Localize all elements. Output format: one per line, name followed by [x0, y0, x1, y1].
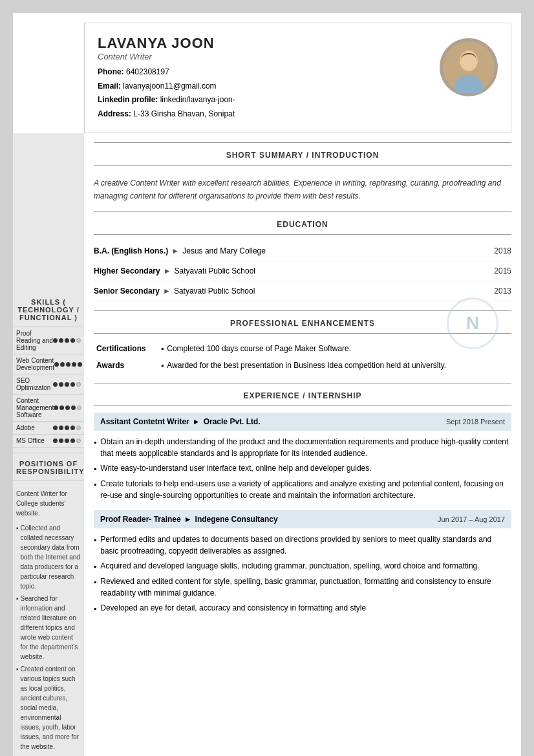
phone-value: 6402308197: [126, 67, 169, 76]
experience-item: Assitant Contetnt Writer ► Oracle Pvt. L…: [94, 413, 511, 501]
summary-section: SHORT SUMMARY / INTRODUCTION A creative …: [94, 142, 511, 202]
positions-bullet: Created content on various topics such a…: [16, 664, 81, 751]
edu-degree: Senior Secondary: [94, 286, 160, 296]
pro-bullet: Awarded for the best presentation in Bus…: [161, 361, 509, 370]
watermark: N: [447, 297, 498, 349]
exp-bullet: Reviewed and edited content for style, s…: [94, 576, 511, 599]
experience-section: EXPERIENCE / INTERNSHIP Assitant Contetn…: [94, 383, 511, 614]
address-value: L-33 Girisha Bhavan, Sonipat: [133, 109, 235, 118]
skills-section: SKILLS ( TECHNOLOGY / FUNCTIONAL ) Proof…: [13, 292, 84, 453]
skill-dot: [76, 382, 81, 387]
header-section: LAVANYA JOON Content Writer Phone: 64023…: [84, 23, 511, 133]
skill-dot: [66, 362, 70, 367]
skill-dot: [65, 382, 69, 387]
edu-left: Senior Secondary ► Satyavati Public Scho…: [94, 286, 255, 296]
skills-list: Proof Reading and EditingWeb Content Dev…: [13, 327, 84, 448]
edu-left: B.A. (English Hons.) ► Jesus and Mary Co…: [94, 246, 266, 255]
pro-label: Awards: [94, 357, 158, 374]
skill-dot: [65, 405, 70, 410]
pro-bullet: Completed 100 days course of Page Maker …: [161, 344, 509, 353]
skill-item: Adobe: [13, 422, 84, 435]
skill-dot: [65, 426, 69, 430]
skill-item: Content Management Software: [13, 394, 84, 422]
exp-bullet: Developed an eye for detail, accuracy an…: [94, 602, 511, 614]
skill-dot: [59, 338, 63, 343]
linkedin-label: Linkedin profile:: [98, 95, 158, 104]
summary-title: SHORT SUMMARY / INTRODUCTION: [94, 142, 511, 166]
professional-row: Awards Awarded for the best presentation…: [94, 357, 511, 374]
skill-dots: [54, 362, 82, 367]
exp-bullet: Obtain an in-depth understanding of the …: [94, 436, 511, 459]
exp-bullet: Write easy-to-understand user interface …: [94, 462, 511, 475]
skill-name: Web Content Development: [16, 357, 54, 371]
sidebar-header-space: [13, 133, 84, 292]
edu-arrow: ►: [171, 246, 179, 255]
skill-dot: [76, 438, 81, 443]
skill-dot: [78, 362, 82, 367]
skill-dot: [54, 362, 59, 367]
edu-year: 2013: [494, 286, 511, 296]
professional-table: Certifications Completed 100 days course…: [94, 340, 511, 374]
skill-dot: [77, 405, 81, 410]
skill-name: MS Office: [16, 437, 53, 444]
exp-date: Jun 2017 – Aug 2017: [438, 515, 505, 523]
skill-name: Proof Reading and Editing: [16, 330, 53, 351]
education-section: EDUCATION B.A. (English Hons.) ► Jesus a…: [94, 211, 511, 301]
experience-title: EXPERIENCE / INTERNSHIP: [94, 383, 511, 406]
skill-dot: [59, 438, 63, 443]
summary-text: A creative Content Writer with excellent…: [94, 172, 511, 202]
edu-arrow: ►: [163, 286, 171, 296]
pro-label: Certifications: [94, 340, 158, 357]
skill-dot: [59, 382, 63, 387]
experience-list: Assitant Contetnt Writer ► Oracle Pvt. L…: [94, 413, 511, 614]
positions-bullet: Searched for information and related lit…: [16, 594, 81, 662]
skill-dot: [53, 426, 58, 430]
edu-degree: Higher Secondary: [94, 266, 160, 275]
exp-header: Assitant Contetnt Writer ► Oracle Pvt. L…: [94, 413, 511, 431]
edu-school: Jesus and Mary College: [182, 246, 266, 255]
email-label: Email:: [98, 81, 121, 91]
education-item: Higher Secondary ► Satyavati Public Scho…: [94, 261, 511, 281]
edu-year: 2018: [494, 246, 511, 255]
experience-item: Proof Reader- Trainee ► Indegene Consult…: [94, 510, 511, 614]
skill-dot: [59, 405, 64, 410]
skill-item: MS Office: [13, 435, 84, 448]
main-content: SHORT SUMMARY / INTRODUCTION A creative …: [84, 133, 521, 756]
skill-dot: [60, 362, 65, 367]
skill-dots: [53, 338, 81, 343]
candidate-title: Content Writer: [98, 52, 235, 61]
exp-role-title: Assitant Contetnt Writer: [100, 417, 189, 426]
edu-school: Satyavati Public School: [175, 266, 255, 275]
skill-dot: [70, 338, 75, 343]
education-item: B.A. (English Hons.) ► Jesus and Mary Co…: [94, 241, 511, 261]
positions-title: POSITIONS OF RESPONSIBILITY: [13, 453, 84, 481]
phone-label: Phone:: [98, 67, 124, 76]
linkedin-value: linkedin/lavanya-joon-: [160, 95, 235, 104]
skill-dot: [53, 338, 58, 343]
professional-row: Certifications Completed 100 days course…: [94, 340, 511, 357]
skill-item: SEO Optimizaton: [13, 374, 84, 394]
skill-dot: [72, 362, 76, 367]
candidate-photo: [440, 38, 498, 96]
edu-left: Higher Secondary ► Satyavati Public Scho…: [94, 266, 255, 275]
candidate-name: LAVANYA JOON: [98, 35, 235, 52]
address-line: Address: L-33 Girisha Bhavan, Sonipat: [98, 107, 235, 122]
skill-dot: [76, 338, 81, 343]
skill-dot: [65, 338, 69, 343]
exp-company: Indegene Consultancy: [195, 515, 278, 524]
exp-date: Sept 2018 Present: [446, 418, 505, 426]
skill-dots: [53, 426, 81, 430]
edu-year: 2015: [494, 266, 511, 275]
skill-item: Proof Reading and Editing: [13, 327, 84, 354]
exp-header: Proof Reader- Trainee ► Indegene Consult…: [94, 510, 511, 528]
skill-dot: [70, 438, 75, 443]
skill-dots: [53, 382, 81, 387]
skills-title: SKILLS ( TECHNOLOGY / FUNCTIONAL ): [13, 292, 84, 327]
skill-dot: [54, 405, 58, 410]
skill-dot: [71, 405, 76, 410]
header-left: LAVANYA JOON Content Writer Phone: 64023…: [98, 35, 235, 121]
exp-role-title: Proof Reader- Trainee: [100, 515, 181, 524]
exp-company: Oracle Pvt. Ltd.: [204, 417, 261, 426]
skill-dot: [65, 438, 69, 443]
skill-dot: [70, 382, 75, 387]
